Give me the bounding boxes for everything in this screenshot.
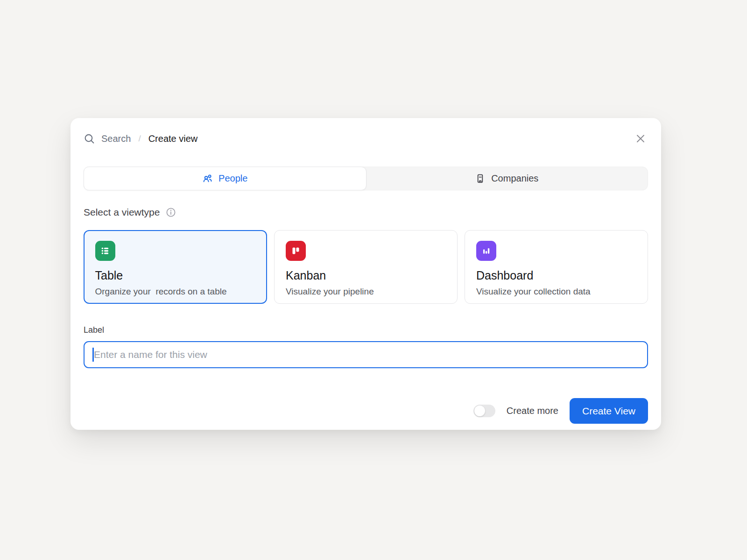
- search-icon: [84, 133, 95, 145]
- viewtype-card-table[interactable]: Table Organize your records on a table: [84, 230, 267, 304]
- tab-people[interactable]: People: [84, 167, 366, 190]
- label-input-wrap: [84, 341, 648, 368]
- dialog-header: Search / Create view: [84, 131, 648, 146]
- bar-chart-icon: [476, 241, 496, 261]
- toggle-knob: [474, 406, 485, 416]
- kanban-board-icon: [286, 241, 306, 261]
- viewtype-section-header: Select a viewtype: [84, 207, 648, 218]
- info-icon[interactable]: [165, 207, 176, 218]
- breadcrumb-current: Create view: [148, 133, 198, 144]
- create-more-toggle[interactable]: [473, 405, 495, 417]
- label-field-label: Label: [84, 325, 648, 335]
- object-type-tabs: People Companies: [84, 167, 648, 190]
- viewtype-description: Organize your records on a table: [95, 287, 256, 297]
- tab-companies[interactable]: Companies: [366, 167, 648, 190]
- breadcrumb-search[interactable]: Search: [101, 133, 131, 144]
- create-more-label: Create more: [507, 406, 558, 416]
- viewtype-section-title: Select a viewtype: [84, 207, 160, 218]
- table-list-icon: [95, 241, 115, 261]
- view-name-input[interactable]: [84, 341, 648, 368]
- viewtype-title: Table: [95, 269, 256, 282]
- viewtype-description: Visualize your collection data: [476, 287, 636, 297]
- viewtype-title: Kanban: [286, 269, 446, 282]
- building-icon: [475, 173, 486, 184]
- tab-people-label: People: [218, 173, 247, 184]
- viewtype-card-dashboard[interactable]: Dashboard Visualize your collection data: [465, 230, 648, 304]
- create-view-button[interactable]: Create View: [570, 398, 648, 424]
- viewtype-card-kanban[interactable]: Kanban Visualize your pipeline: [274, 230, 458, 304]
- viewtype-cards: Table Organize your records on a table K…: [84, 230, 648, 304]
- breadcrumb: Search / Create view: [84, 133, 197, 145]
- create-view-dialog: Search / Create view P: [70, 118, 661, 430]
- tab-companies-label: Companies: [491, 173, 538, 184]
- text-caret: [92, 348, 94, 362]
- people-icon: [202, 173, 213, 184]
- close-button[interactable]: [633, 131, 648, 146]
- dialog-footer: Create more Create View: [84, 398, 648, 424]
- breadcrumb-separator: /: [138, 133, 141, 144]
- close-icon: [635, 133, 646, 144]
- viewtype-description: Visualize your pipeline: [286, 287, 446, 297]
- viewtype-title: Dashboard: [476, 269, 636, 282]
